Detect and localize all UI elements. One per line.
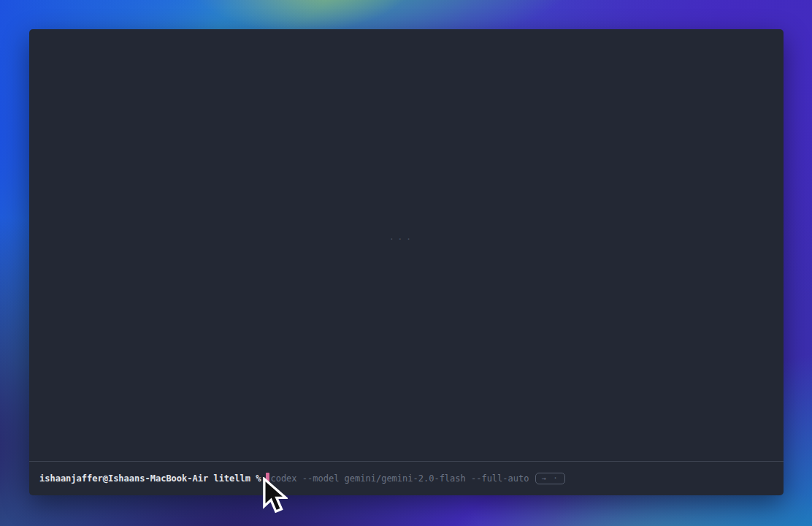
command-suggestion: codex --model gemini/gemini-2.0-flash --… — [270, 473, 529, 484]
command-input-row[interactable]: ishaanjaffer@Ishaans-MacBook-Air litellm… — [39, 471, 565, 485]
input-divider — [29, 461, 784, 462]
terminal-output-area: ··· — [29, 29, 784, 461]
terminal-window[interactable]: ··· ishaanjaffer@Ishaans-MacBook-Air lit… — [29, 29, 784, 495]
shell-prompt: ishaanjaffer@Ishaans-MacBook-Air litellm… — [39, 473, 261, 484]
loading-indicator: ··· — [389, 235, 415, 244]
right-arrow-icon: → · — [541, 474, 559, 482]
text-cursor — [266, 473, 269, 484]
accept-suggestion-hint: → · — [535, 473, 564, 484]
